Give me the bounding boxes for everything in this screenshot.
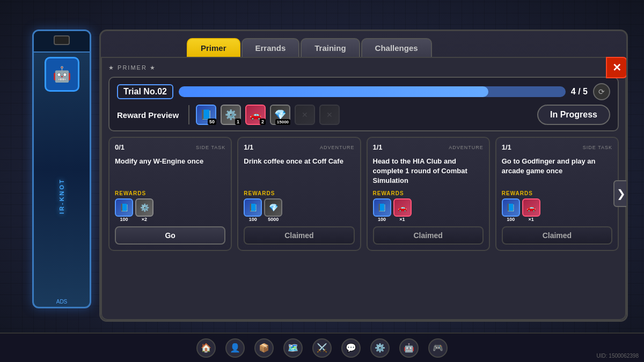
uid-text: UID: 1500062398 <box>597 353 639 359</box>
card-header-1: 1/1 ADVENTURE <box>244 143 354 151</box>
card-reward-icon-0-1: ⚙️ <box>135 198 153 217</box>
bottom-bar: 🏠 👤 📦 🗺️ ⚔️ 💬 ⚙️ 🤖 🎮 <box>0 333 644 362</box>
bottom-icon-9[interactable]: 🎮 <box>428 338 448 358</box>
quest-card-2: 1/1 ADVENTURE Head to the HIA Club and c… <box>367 137 490 251</box>
reward-icon-1: ⚙️1 <box>221 105 241 125</box>
card-reward-qty-0-0: 100 <box>120 217 128 222</box>
reward-item-0: 📘50 <box>196 105 216 125</box>
reward-qty-0: 50 <box>208 119 216 125</box>
card-reward-1-0: 📘 100 <box>244 198 262 222</box>
sidebar-text: IR-KNOT <box>58 96 65 297</box>
tab-challenges[interactable]: Challenges <box>361 38 432 57</box>
card-reward-icon-1-1: 💎 <box>264 198 282 217</box>
card-button-0[interactable]: Go <box>115 226 225 245</box>
card-reward-0-1: ⚙️ ×2 <box>135 198 153 222</box>
card-progress-1: 1/1 <box>244 143 253 151</box>
panel-content: ★ PRIMER ★ Trial No.02 4 / 5 ⟳ Reward Pr… <box>101 57 626 320</box>
card-progress-0: 0/1 <box>115 143 125 151</box>
sidebar-bottom: ADS <box>54 297 70 307</box>
tab-training[interactable]: Training <box>301 38 360 57</box>
reward-divider <box>188 105 189 124</box>
card-header-0: 0/1 SIDE TASK <box>115 143 225 151</box>
tab-primer[interactable]: Primer <box>187 38 240 57</box>
card-reward-qty-2-0: 100 <box>378 217 386 222</box>
card-reward-icon-2-1: 🚗 <box>393 198 412 217</box>
card-rewards-row-3: 📘 100 🚗 ×1 <box>502 198 612 222</box>
bottom-icon-3[interactable]: 📦 <box>254 338 274 358</box>
card-reward-3-1: 🚗 ×1 <box>522 198 540 222</box>
card-reward-icon-2-0: 📘 <box>373 198 391 217</box>
card-progress-2: 1/1 <box>373 143 383 151</box>
sidebar: 🤖 IR-KNOT ADS <box>32 29 91 308</box>
reward-row: Reward Preview 📘50 ⚙️1 🚗2 💎15000 ✕ <box>117 105 610 125</box>
card-desc-2: Head to the HIA Club and complete 1 roun… <box>373 157 484 186</box>
card-rewards-label-2: REWARDS <box>373 190 484 196</box>
trial-progress-fill <box>179 86 488 97</box>
quest-card-1: 1/1 ADVENTURE Drink coffee once at Coff … <box>237 137 361 251</box>
card-reward-0-0: 📘 100 <box>115 198 133 222</box>
bottom-icon-8[interactable]: 🤖 <box>399 338 419 358</box>
cards-row: 0/1 SIDE TASK Modify any W-Engine once R… <box>108 137 619 251</box>
card-reward-icon-3-1: 🚗 <box>522 198 540 217</box>
card-tag-0: SIDE TASK <box>196 145 225 150</box>
card-tag-3: SIDE TASK <box>583 145 612 150</box>
trial-section: Trial No.02 4 / 5 ⟳ Reward Preview 📘50 ⚙… <box>108 77 619 131</box>
tabs-area: Primer Errands Training Challenges <box>101 30 626 57</box>
tab-errands[interactable]: Errands <box>241 38 300 57</box>
card-reward-2-1: 🚗 ×1 <box>393 198 412 222</box>
in-progress-status: In Progress <box>537 105 610 125</box>
card-reward-2-0: 📘 100 <box>373 198 391 222</box>
card-reward-qty-1-1: 5000 <box>268 217 279 222</box>
trial-count: 4 / 5 <box>571 87 588 97</box>
bottom-icon-5[interactable]: ⚔️ <box>312 338 332 358</box>
bottom-icon-2[interactable]: 👤 <box>225 338 245 358</box>
card-rewards-row-1: 📘 100 💎 5000 <box>244 198 354 222</box>
bottom-icon-6[interactable]: 💬 <box>341 338 361 358</box>
main-panel: Primer Errands Training Challenges ★ PRI… <box>99 29 628 322</box>
bottom-icon-7[interactable]: ⚙️ <box>370 338 390 358</box>
card-reward-qty-3-1: ×1 <box>529 217 534 222</box>
primer-label: ★ PRIMER ★ <box>108 64 619 71</box>
reward-qty-2: 2 <box>260 119 266 125</box>
reward-icon-5: ✕ <box>319 105 340 125</box>
card-rewards-label-1: REWARDS <box>244 190 354 196</box>
card-reward-qty-2-1: ×1 <box>399 217 405 222</box>
reward-icon-4: ✕ <box>295 105 315 125</box>
card-header-2: 1/1 ADVENTURE <box>373 143 484 151</box>
reward-item-2: 🚗2 <box>245 105 266 125</box>
card-reward-icon-3-0: 📘 <box>502 198 520 217</box>
reward-icon-3: 💎15000 <box>270 105 290 125</box>
reward-icon-0: 📘50 <box>196 105 216 125</box>
card-button-3[interactable]: Claimed <box>502 226 612 245</box>
reward-item-3: 💎15000 <box>270 105 290 125</box>
card-button-1[interactable]: Claimed <box>244 226 354 245</box>
card-tag-1: ADVENTURE <box>320 145 355 150</box>
reward-item-4: ✕ <box>295 105 315 125</box>
trial-progress-bar <box>179 86 566 97</box>
reward-qty-1: 1 <box>235 119 241 125</box>
card-desc-3: Go to Godfinger and play an arcade game … <box>502 157 612 186</box>
trial-reset-button[interactable]: ⟳ <box>593 83 610 100</box>
reward-item-1: ⚙️1 <box>221 105 241 125</box>
card-button-2[interactable]: Claimed <box>373 226 484 245</box>
card-header-3: 1/1 SIDE TASK <box>502 143 612 151</box>
reward-item-5: ✕ <box>319 105 340 125</box>
card-desc-1: Drink coffee once at Coff Cafe <box>244 157 354 186</box>
close-button[interactable]: ✕ <box>606 57 627 78</box>
next-arrow[interactable]: ❯ <box>613 180 628 207</box>
reward-icon-2: 🚗2 <box>245 105 266 125</box>
quest-card-3: 1/1 SIDE TASK Go to Godfinger and play a… <box>495 137 619 251</box>
trial-row: Trial No.02 4 / 5 ⟳ <box>117 83 610 100</box>
avatar: 🤖 <box>45 57 79 92</box>
card-reward-qty-0-1: ×2 <box>142 217 147 222</box>
trial-name: Trial No.02 <box>117 84 173 99</box>
card-rewards-row-0: 📘 100 ⚙️ ×2 <box>115 198 225 222</box>
card-reward-1-1: 💎 5000 <box>264 198 282 222</box>
card-tag-2: ADVENTURE <box>449 145 484 150</box>
card-desc-0: Modify any W-Engine once <box>115 157 225 186</box>
card-reward-icon-1-0: 📘 <box>244 198 262 217</box>
bottom-icon-1[interactable]: 🏠 <box>196 338 216 358</box>
card-reward-qty-1-0: 100 <box>249 217 257 222</box>
bottom-icon-4[interactable]: 🗺️ <box>283 338 303 358</box>
sidebar-top <box>34 31 90 53</box>
